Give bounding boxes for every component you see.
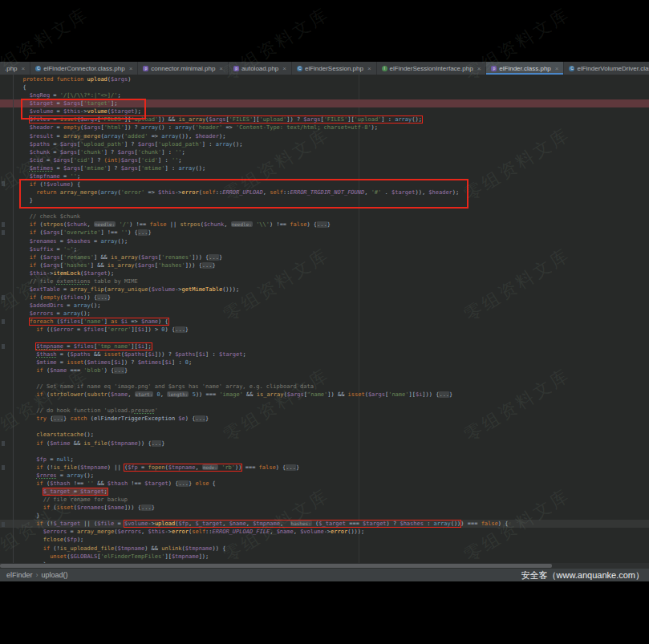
code-line[interactable]: $extTable = array_flip(array_unique($vol… <box>0 286 649 294</box>
code-line[interactable]: if (strpos($chunk, needle: '/') !== fals… <box>0 221 649 229</box>
code-line[interactable]: $header = empty($args['html']) ? array()… <box>0 124 649 132</box>
tab-elFinderVolumeDriver-class-php[interactable]: CelFinderVolumeDriver.class.php× <box>564 62 649 75</box>
top-black-area <box>0 0 649 62</box>
code-line[interactable]: } <box>0 512 649 520</box>
php-file-icon: p <box>491 66 497 71</box>
gutter-mark <box>2 295 5 300</box>
interface-icon: I <box>382 66 387 71</box>
code-line[interactable]: if ($args['hashes'] && is_array($args['h… <box>0 261 649 269</box>
status-bar: elFinder › upload() 安全客（www.anquanke.com… <box>0 569 649 581</box>
code-line[interactable]: if ($args['renames'] && is_array($args['… <box>0 253 649 261</box>
php-file-icon: p <box>143 66 148 71</box>
breadcrumb[interactable]: elFinder › upload() <box>0 571 68 579</box>
code-line[interactable]: if (strtolower(substr($name, start: 0, l… <box>0 391 649 399</box>
code-line[interactable]: if (isset($renames[$name])) {...} <box>0 504 649 512</box>
tab--php[interactable]: .php× <box>0 62 30 75</box>
tab-elFinderConnector-class-php[interactable]: CelFinderConnector.class.php× <box>30 62 138 75</box>
code-line[interactable]: $tmpname = $files['tmp_name'][$i]; <box>0 342 649 350</box>
code-line[interactable]: $cid = $args['cid'] ? (int)$args['cid'] … <box>0 156 649 164</box>
tab-close-icon[interactable]: × <box>219 65 223 72</box>
gutter-mark <box>2 181 5 186</box>
code-line[interactable]: if (!$volume) { <box>0 180 649 188</box>
code-line[interactable]: // do hook function 'upload.presave' <box>0 407 649 415</box>
tab-close-icon[interactable]: × <box>555 65 559 72</box>
code-line[interactable]: // file extentions table by MIME <box>0 277 649 286</box>
class-icon: C <box>569 66 574 71</box>
code-line[interactable]: $volume = $this->volume($target); <box>0 107 649 115</box>
code-line[interactable]: // check $chunk <box>0 213 649 221</box>
code-line[interactable]: if (!$_target || ($file = $volume->uploa… <box>0 520 649 528</box>
tab-label: connector.minimal.php <box>151 65 215 72</box>
code-line[interactable]: protected function upload($args) <box>0 75 649 83</box>
tab-label: autoload.php <box>241 65 278 72</box>
editor-tab-bar: .php×CelFinderConnector.class.php×pconne… <box>0 62 649 75</box>
code-line[interactable] <box>0 423 649 431</box>
code-line[interactable]: $ngReg = '/[\/\\?*:|"<>]/'; <box>0 91 649 99</box>
code-line[interactable]: if ($mtime && is_file($tmpname)) {...} <box>0 439 649 448</box>
code-line[interactable] <box>0 334 649 342</box>
code-line[interactable]: $mtimes = $args['mtime'] ? $args['mtime'… <box>0 164 649 172</box>
code-line[interactable] <box>0 448 649 456</box>
horizontal-scrollbar-thumb[interactable] <box>0 564 552 568</box>
code-line[interactable]: $paths = $args['upload_path'] ? $args['u… <box>0 140 649 148</box>
code-line[interactable]: if (($error = $files['error'][$i]) > 0) … <box>0 326 649 334</box>
code-line[interactable]: $_target = $target; <box>0 488 649 496</box>
gutter-mark <box>2 465 5 470</box>
code-line[interactable]: $addedDirs = array(); <box>0 302 649 310</box>
code-line[interactable]: $this->itemLock($target); <box>0 269 649 277</box>
tab-label: elFinderVolumeDriver.class.php <box>577 65 649 72</box>
code-line[interactable]: if (!is_uploaded_file($tmpname) && unlin… <box>0 545 649 553</box>
code-line[interactable]: $files = isset($args['FILES']['upload'])… <box>0 115 649 124</box>
tab-elFinderSession-php[interactable]: CelFinderSession.php× <box>292 62 377 75</box>
tab-close-icon[interactable]: × <box>282 65 286 72</box>
code-line[interactable]: if (!is_file($tmpname) || ($fp = fopen($… <box>0 464 649 472</box>
tab-close-icon[interactable]: × <box>477 65 481 72</box>
tab-connector-minimal-php[interactable]: pconnector.minimal.php× <box>138 62 229 75</box>
gutter-mark <box>2 522 5 527</box>
code-line[interactable]: $fp = null; <box>0 456 649 464</box>
code-line[interactable]: if ($thash !== '' && $thash !== $target)… <box>0 480 649 488</box>
horizontal-scrollbar[interactable] <box>0 563 649 569</box>
code-line[interactable]: $chunk = $args['chunk'] ? $args['chunk']… <box>0 148 649 156</box>
code-line[interactable] <box>0 205 649 213</box>
code-line[interactable]: if ($args['overwrite'] !== '') {...} <box>0 229 649 237</box>
code-line[interactable]: $mtime = isset($mtimes[$i]) ? $mtimes[$i… <box>0 358 649 367</box>
code-line[interactable]: return array_merge(array('error' => $thi… <box>0 188 649 196</box>
code-line[interactable]: $target = $args['target']; <box>0 99 649 107</box>
code-line[interactable]: $errors = array(); <box>0 310 649 318</box>
code-line[interactable]: $errors = array_merge($errors, $this->er… <box>0 528 649 536</box>
code-line[interactable]: unset($GLOBALS['elFinderTempFiles'][$tmp… <box>0 553 649 561</box>
code-line[interactable]: try {...} catch (elFinderTriggerExceptio… <box>0 415 649 423</box>
code-line[interactable]: clearstatcache(); <box>0 431 649 439</box>
code-line[interactable]: $result = array_merge(array('added' => a… <box>0 132 649 140</box>
tab-label: elFinderSession.php <box>305 65 363 72</box>
code-editor[interactable]: protected function upload($args) { $ngRe… <box>0 75 649 563</box>
code-line[interactable]: $suffix = '~'; <box>0 245 649 253</box>
code-line[interactable]: } <box>0 196 649 205</box>
code-line[interactable]: $rnres = array(); <box>0 472 649 480</box>
tab-close-icon[interactable]: × <box>129 65 133 72</box>
gutter-separator <box>13 75 14 563</box>
gutter-mark <box>2 319 5 324</box>
tab-elFinder-class-php[interactable]: pelFinder.class.php× <box>486 62 564 75</box>
code-line[interactable]: $thash = ($paths && isset($paths[$i])) ?… <box>0 350 649 358</box>
breadcrumb-class[interactable]: elFinder <box>6 571 33 579</box>
code-line[interactable]: $tmpfname = ''; <box>0 172 649 180</box>
tab-close-icon[interactable]: × <box>22 65 26 72</box>
code-line[interactable]: if (empty($files)) {...} <box>0 294 649 302</box>
php-file-icon: p <box>233 66 239 71</box>
code-line[interactable] <box>0 375 649 383</box>
tab-elFinderSessionInterface-php[interactable]: IelFinderSessionInterface.php× <box>377 62 487 75</box>
tab-label: .php <box>5 65 18 72</box>
tab-autoload-php[interactable]: pautoload.php× <box>229 62 292 75</box>
code-line[interactable]: fclose($fp); <box>0 536 649 544</box>
code-line[interactable]: $renames = $hashes = array(); <box>0 237 649 245</box>
code-line[interactable]: // Set name if name eq 'image.png' and $… <box>0 383 649 391</box>
breadcrumb-method[interactable]: upload() <box>42 571 68 579</box>
code-line[interactable]: // file rename for backup <box>0 496 649 504</box>
tab-close-icon[interactable]: × <box>367 65 371 72</box>
code-line[interactable]: { <box>0 83 649 91</box>
code-line[interactable]: foreach ($files['name'] as $i => $name) … <box>0 318 649 326</box>
code-line[interactable] <box>0 399 649 407</box>
code-line[interactable]: if ($name === 'blob') {...} <box>0 367 649 375</box>
